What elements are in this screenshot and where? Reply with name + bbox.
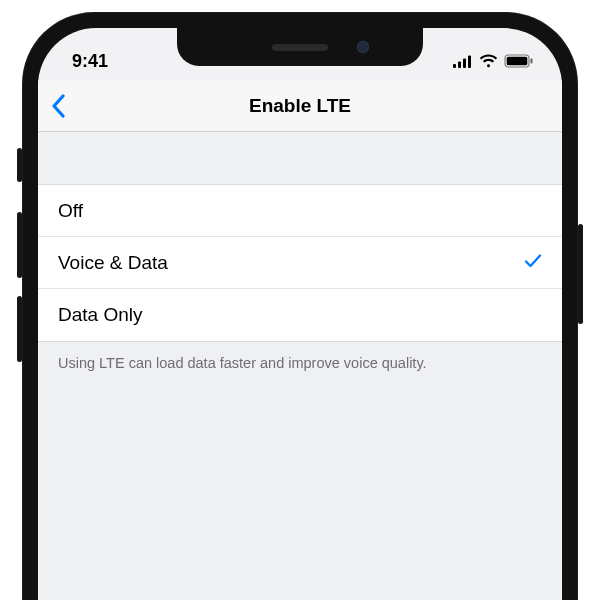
svg-rect-0	[453, 64, 456, 68]
back-button[interactable]	[50, 94, 66, 118]
device-frame: 9:41	[22, 12, 578, 600]
side-button	[578, 224, 583, 324]
svg-rect-5	[507, 57, 528, 66]
section-gap	[38, 132, 562, 184]
battery-icon	[504, 54, 534, 68]
svg-rect-1	[458, 61, 461, 68]
option-off[interactable]: Off	[38, 185, 562, 237]
status-time: 9:41	[72, 51, 108, 72]
option-label: Off	[58, 200, 83, 222]
volume-up-button	[17, 212, 22, 278]
status-icons	[453, 54, 534, 68]
mute-switch	[17, 148, 22, 182]
front-camera	[357, 41, 369, 53]
option-data-only[interactable]: Data Only	[38, 289, 562, 341]
notch	[177, 28, 423, 66]
screen: 9:41	[38, 28, 562, 600]
svg-rect-2	[463, 58, 466, 68]
chevron-left-icon	[50, 94, 66, 118]
section-footer: Using LTE can load data faster and impro…	[38, 342, 562, 386]
option-label: Voice & Data	[58, 252, 168, 274]
option-voice-and-data[interactable]: Voice & Data	[38, 237, 562, 289]
volume-down-button	[17, 296, 22, 362]
wifi-icon	[479, 54, 498, 68]
nav-title: Enable LTE	[249, 95, 351, 117]
content: Off Voice & Data Data Only Using LTE can…	[38, 132, 562, 600]
nav-bar: Enable LTE	[38, 80, 562, 132]
checkmark-icon	[524, 252, 542, 274]
svg-rect-3	[468, 55, 471, 68]
options-list: Off Voice & Data Data Only	[38, 184, 562, 342]
svg-rect-6	[531, 59, 533, 64]
cellular-signal-icon	[453, 55, 473, 68]
speaker-grille	[272, 44, 328, 51]
option-label: Data Only	[58, 304, 142, 326]
